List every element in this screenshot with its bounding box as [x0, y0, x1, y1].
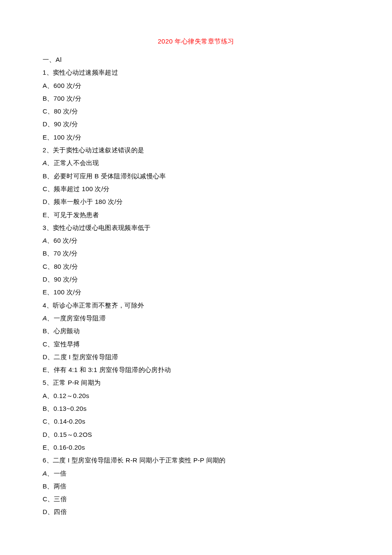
text-line: A、0.12～0.20s	[43, 389, 349, 402]
text-line: C、三倍	[43, 493, 349, 506]
text-line: B、心房颤动	[43, 325, 349, 337]
text-line: B、必要时可应用 B 受体阻滞剂以减慢心率	[43, 170, 349, 183]
text-line: 6、二度 I 型房室传导阻滞长 R-R 同期小于正常窦性 P-P 间期的	[43, 454, 349, 467]
line-rest: 、一度房室传导阻滞	[47, 314, 106, 322]
text-line: E、伴有 4:1 和 3:1 房室传导阻滞的心房扑动	[43, 363, 349, 376]
text-line: D、二度 I 型房室传导阻滞	[43, 351, 349, 363]
text-line: E、100 次/分	[43, 131, 349, 144]
text-line: B、700 次/分	[43, 92, 349, 105]
text-line: 1、窦性心动过速频率超过	[43, 66, 349, 79]
text-line: A、一度房室传导阻滞	[43, 312, 349, 325]
text-line: 3、窦性心动过缓心电图表现频率低于	[43, 221, 349, 234]
text-line: B、两倍	[43, 480, 349, 493]
text-line: A、一倍	[43, 467, 349, 480]
text-line: E、100 次/分	[43, 286, 349, 299]
text-line: 一、Al	[43, 53, 349, 66]
text-line: C、0.14-0.20s	[43, 415, 349, 428]
document-title: 2020 年心律失常章节练习	[43, 38, 349, 46]
text-line: E、可见于发热患者	[43, 209, 349, 221]
text-line: C、频率超过 100 次/分	[43, 183, 349, 195]
text-line: A、600 次/分	[43, 79, 349, 92]
text-line: B、70 次/分	[43, 247, 349, 260]
line-prefix: A	[43, 237, 47, 244]
text-line: D、90 次/分	[43, 118, 349, 131]
document-body: 一、Al1、窦性心动过速频率超过A、600 次/分B、700 次/分C、80 次…	[43, 53, 349, 519]
text-line: D、频率一般小于 180 次/分	[43, 195, 349, 208]
line-prefix: A	[43, 470, 47, 477]
text-line: A、60 次/分	[43, 234, 349, 247]
text-line: D、0.15～0.2OS	[43, 428, 349, 441]
text-line: 2、关于窦性心动过速叙述错误的是	[43, 144, 349, 157]
text-line: C、室性早搏	[43, 338, 349, 351]
text-line: E、0.16-0.20s	[43, 441, 349, 454]
text-line: D、90 次/分	[43, 273, 349, 286]
text-line: D、四倍	[43, 506, 349, 518]
line-rest: 、一倍	[47, 470, 66, 477]
document-page: 2020 年心律失常章节练习 一、Al1、窦性心动过速频率超过A、600 次/分…	[0, 0, 392, 544]
line-prefix: A	[43, 314, 47, 322]
text-line: C、80 次/分	[43, 105, 349, 118]
text-line: 5、正常 P-R 间期为	[43, 376, 349, 389]
text-line: A、正常人不会出现	[43, 157, 349, 169]
line-prefix: A	[43, 159, 47, 166]
text-line: C、80 次/分	[43, 260, 349, 273]
line-rest: 、60 次/分	[47, 237, 78, 244]
text-line: B、0.13~0.20s	[43, 402, 349, 415]
text-line: 4、听诊心率正常而不整齐，可除外	[43, 299, 349, 312]
line-rest: 、正常人不会出现	[47, 159, 99, 166]
